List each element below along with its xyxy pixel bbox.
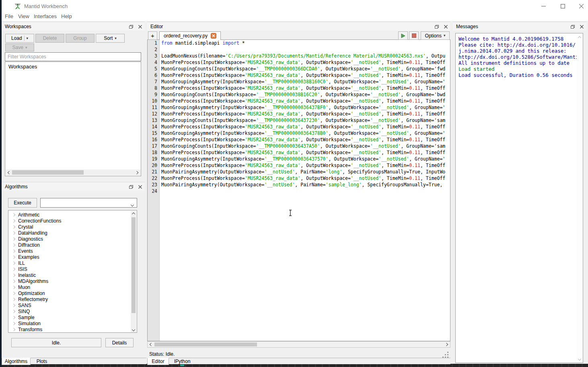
- scroll-up-icon[interactable]: [131, 212, 136, 216]
- scrollbar-thumb[interactable]: [132, 217, 136, 313]
- editor-file-tab[interactable]: ordered_recovery.py: [159, 31, 221, 40]
- workspaces-hscrollbar[interactable]: [6, 169, 140, 175]
- save-button[interactable]: Save ▾: [5, 43, 34, 52]
- scrollbar-thumb[interactable]: [154, 342, 257, 346]
- chevron-down-icon[interactable]: [131, 202, 134, 207]
- load-button[interactable]: Load ▾: [5, 34, 34, 43]
- float-panel-icon[interactable]: [569, 23, 576, 30]
- algorithm-category[interactable]: Sample: [8, 314, 137, 320]
- algorithm-category[interactable]: SANS: [8, 302, 137, 308]
- menu-help[interactable]: Help: [61, 13, 72, 19]
- expand-chevron-icon[interactable]: [12, 213, 15, 216]
- expand-chevron-icon[interactable]: [12, 322, 15, 325]
- abort-script-button[interactable]: [409, 31, 419, 40]
- tab-plots[interactable]: Plots: [31, 358, 52, 365]
- options-dropdown-icon[interactable]: ▾: [444, 34, 446, 37]
- expand-chevron-icon[interactable]: [12, 303, 15, 307]
- save-dropdown-icon[interactable]: ▾: [25, 46, 27, 49]
- float-panel-icon[interactable]: [128, 184, 134, 190]
- options-button[interactable]: Options ▾: [421, 31, 450, 40]
- workspaces-tree-root[interactable]: Workspaces: [5, 62, 141, 70]
- editor-hscrollbar[interactable]: [147, 341, 450, 348]
- close-panel-icon[interactable]: [578, 23, 585, 30]
- algorithm-category[interactable]: Events: [8, 248, 137, 254]
- scroll-left-icon[interactable]: [148, 342, 154, 347]
- algorithm-category[interactable]: CorrectionFunctions: [8, 218, 137, 224]
- expand-chevron-icon[interactable]: [12, 231, 15, 234]
- sort-button[interactable]: Sort ▾: [96, 34, 125, 43]
- expand-chevron-icon[interactable]: [12, 225, 15, 228]
- algorithm-category[interactable]: Optimization: [8, 290, 137, 296]
- scroll-up-icon[interactable]: [577, 35, 582, 40]
- algorithm-category-list[interactable]: ArithmeticCorrectionFunctionsCrystalData…: [8, 210, 137, 333]
- expand-chevron-icon[interactable]: [12, 315, 15, 319]
- tab-ipython[interactable]: IPython: [170, 358, 195, 365]
- delete-button[interactable]: Delete: [35, 34, 64, 43]
- algorithm-category[interactable]: Examples: [8, 254, 137, 260]
- expand-chevron-icon[interactable]: [12, 219, 15, 222]
- algorithm-category[interactable]: Crystal: [8, 224, 137, 230]
- algorithm-category[interactable]: Inelastic: [8, 272, 137, 278]
- algorithm-category[interactable]: Diagnostics: [8, 236, 137, 242]
- scroll-down-icon[interactable]: [577, 357, 582, 361]
- algorithm-search-combobox[interactable]: [40, 198, 137, 208]
- expand-chevron-icon[interactable]: [12, 297, 15, 301]
- scroll-right-icon[interactable]: [444, 342, 449, 347]
- expand-chevron-icon[interactable]: [12, 243, 15, 246]
- menu-view[interactable]: View: [18, 13, 29, 19]
- expand-chevron-icon[interactable]: [12, 237, 15, 240]
- expand-chevron-icon[interactable]: [12, 285, 15, 289]
- scroll-right-icon[interactable]: [134, 169, 140, 175]
- expand-chevron-icon[interactable]: [12, 291, 15, 295]
- algorithm-category[interactable]: Diffraction: [8, 242, 137, 248]
- messages-vscrollbar[interactable]: [577, 34, 582, 363]
- algorithm-category[interactable]: ILL: [8, 260, 137, 266]
- messages-log[interactable]: Welcome to Mantid 4.0.20190619.1758Pleas…: [455, 33, 583, 363]
- algorithm-progress-button[interactable]: Idle.: [11, 338, 101, 347]
- sort-dropdown-icon[interactable]: ▾: [115, 37, 117, 40]
- close-panel-icon[interactable]: [137, 23, 143, 30]
- expand-chevron-icon[interactable]: [12, 328, 15, 331]
- float-panel-icon[interactable]: [434, 23, 440, 30]
- close-panel-icon[interactable]: [442, 23, 449, 30]
- scrollbar-thumb[interactable]: [12, 170, 84, 175]
- load-dropdown-icon[interactable]: ▾: [27, 37, 29, 40]
- float-panel-icon[interactable]: [128, 23, 134, 30]
- close-button[interactable]: [575, 2, 587, 10]
- expand-chevron-icon[interactable]: [12, 279, 15, 282]
- algorithms-vscrollbar[interactable]: [131, 211, 136, 333]
- close-panel-icon[interactable]: [137, 184, 143, 190]
- algorithm-category[interactable]: Reflectometry: [8, 296, 137, 302]
- group-button[interactable]: Group: [66, 34, 95, 43]
- scroll-down-icon[interactable]: [131, 327, 136, 332]
- execute-button[interactable]: Execute: [8, 198, 37, 208]
- filter-workspaces-input[interactable]: [5, 52, 141, 61]
- maximize-button[interactable]: [557, 2, 569, 10]
- expand-chevron-icon[interactable]: [12, 267, 15, 270]
- scroll-left-icon[interactable]: [6, 169, 12, 175]
- code-editor[interactable]: 123456789101112131415161718192021222324 …: [147, 40, 450, 341]
- tab-editor[interactable]: Editor: [147, 358, 169, 365]
- algorithm-category[interactable]: Simulation: [8, 320, 137, 326]
- menu-interfaces[interactable]: Interfaces: [34, 13, 57, 19]
- algorithm-category[interactable]: Muon: [8, 284, 137, 290]
- run-script-button[interactable]: [398, 31, 408, 40]
- algorithm-category[interactable]: MDAlgorithms: [8, 278, 137, 284]
- expand-chevron-icon[interactable]: [12, 255, 15, 258]
- expand-chevron-icon[interactable]: [12, 273, 15, 276]
- expand-chevron-icon[interactable]: [12, 249, 15, 252]
- minimize-button[interactable]: [537, 2, 549, 10]
- algorithm-category[interactable]: Arithmetic: [8, 212, 137, 218]
- expand-chevron-icon[interactable]: [12, 261, 15, 264]
- expand-chevron-icon[interactable]: [12, 309, 15, 313]
- algorithm-category[interactable]: SINQ: [8, 308, 137, 314]
- workspaces-tree[interactable]: Workspaces: [5, 62, 141, 176]
- details-button[interactable]: Details: [105, 338, 134, 347]
- algorithm-category[interactable]: DataHandling: [8, 230, 137, 236]
- tab-algorithms[interactable]: Algorithms: [2, 358, 31, 365]
- close-tab-icon[interactable]: [211, 33, 216, 39]
- algorithm-category[interactable]: Transforms: [8, 326, 137, 332]
- new-tab-button[interactable]: +: [148, 31, 157, 40]
- algorithm-category[interactable]: ISIS: [8, 266, 137, 272]
- menu-file[interactable]: File: [5, 13, 13, 19]
